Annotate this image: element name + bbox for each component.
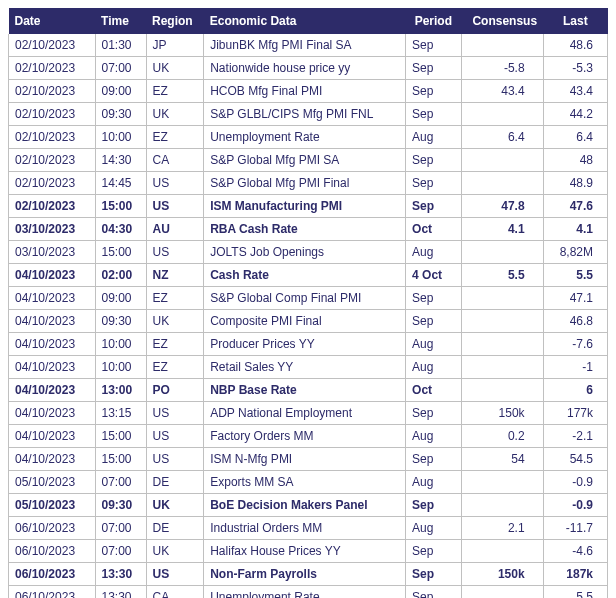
cell-last: 54.5 xyxy=(543,448,607,471)
cell-period: Sep xyxy=(406,494,461,517)
cell-time: 15:00 xyxy=(95,425,146,448)
cell-consensus: 47.8 xyxy=(461,195,543,218)
table-row: 04/10/202310:00EZRetail Sales YYAug-1 xyxy=(9,356,608,379)
cell-date: 02/10/2023 xyxy=(9,172,96,195)
cell-region: UK xyxy=(146,103,204,126)
cell-consensus: 150k xyxy=(461,402,543,425)
cell-last: 187k xyxy=(543,563,607,586)
cell-region: US xyxy=(146,425,204,448)
cell-last: -0.9 xyxy=(543,494,607,517)
table-row: 04/10/202315:00USFactory Orders MMAug0.2… xyxy=(9,425,608,448)
cell-consensus: 5.5 xyxy=(461,264,543,287)
cell-consensus: 4.1 xyxy=(461,218,543,241)
cell-period: Sep xyxy=(406,563,461,586)
header-consensus: Consensus xyxy=(461,8,543,34)
cell-date: 04/10/2023 xyxy=(9,333,96,356)
cell-last: 4.1 xyxy=(543,218,607,241)
header-date: Date xyxy=(9,8,96,34)
cell-region: UK xyxy=(146,540,204,563)
cell-time: 14:30 xyxy=(95,149,146,172)
table-row: 06/10/202307:00DEIndustrial Orders MMAug… xyxy=(9,517,608,540)
cell-data: Nationwide house price yy xyxy=(204,57,406,80)
cell-last: 177k xyxy=(543,402,607,425)
cell-last: 6.4 xyxy=(543,126,607,149)
cell-last: 47.6 xyxy=(543,195,607,218)
cell-period: Sep xyxy=(406,402,461,425)
cell-date: 02/10/2023 xyxy=(9,103,96,126)
cell-data: Unemployment Rate xyxy=(204,586,406,599)
table-body: 02/10/202301:30JPJibunBK Mfg PMI Final S… xyxy=(9,34,608,598)
cell-region: UK xyxy=(146,310,204,333)
cell-period: Oct xyxy=(406,379,461,402)
cell-time: 07:00 xyxy=(95,540,146,563)
table-row: 06/10/202313:30USNon-Farm PayrollsSep150… xyxy=(9,563,608,586)
cell-data: Exports MM SA xyxy=(204,471,406,494)
table-row: 04/10/202302:00NZCash Rate4 Oct5.55.5 xyxy=(9,264,608,287)
cell-region: DE xyxy=(146,471,204,494)
cell-data: S&P Global Mfg PMI SA xyxy=(204,149,406,172)
economic-calendar-table: Date Time Region Economic Data Period Co… xyxy=(8,8,608,598)
cell-date: 06/10/2023 xyxy=(9,586,96,599)
cell-data: Non-Farm Payrolls xyxy=(204,563,406,586)
cell-consensus xyxy=(461,287,543,310)
cell-last: -0.9 xyxy=(543,471,607,494)
cell-data: JibunBK Mfg PMI Final SA xyxy=(204,34,406,57)
cell-consensus: -5.8 xyxy=(461,57,543,80)
table-row: 03/10/202315:00USJOLTS Job OpeningsAug8,… xyxy=(9,241,608,264)
cell-period: Aug xyxy=(406,471,461,494)
cell-time: 02:00 xyxy=(95,264,146,287)
header-time: Time xyxy=(95,8,146,34)
cell-date: 05/10/2023 xyxy=(9,471,96,494)
cell-time: 13:30 xyxy=(95,586,146,599)
cell-time: 10:00 xyxy=(95,356,146,379)
cell-time: 10:00 xyxy=(95,126,146,149)
cell-period: Aug xyxy=(406,356,461,379)
cell-region: CA xyxy=(146,149,204,172)
cell-period: Aug xyxy=(406,241,461,264)
cell-last: 46.8 xyxy=(543,310,607,333)
cell-consensus: 150k xyxy=(461,563,543,586)
cell-region: EZ xyxy=(146,356,204,379)
table-row: 05/10/202309:30UKBoE Decision Makers Pan… xyxy=(9,494,608,517)
cell-last: 48 xyxy=(543,149,607,172)
cell-data: Factory Orders MM xyxy=(204,425,406,448)
cell-region: UK xyxy=(146,494,204,517)
cell-date: 04/10/2023 xyxy=(9,425,96,448)
cell-region: US xyxy=(146,402,204,425)
cell-consensus xyxy=(461,540,543,563)
cell-data: S&P GLBL/CIPS Mfg PMI FNL xyxy=(204,103,406,126)
cell-time: 09:30 xyxy=(95,103,146,126)
cell-period: Sep xyxy=(406,310,461,333)
cell-last: 48.9 xyxy=(543,172,607,195)
cell-region: US xyxy=(146,195,204,218)
cell-date: 05/10/2023 xyxy=(9,494,96,517)
table-row: 04/10/202315:00USISM N-Mfg PMISep5454.5 xyxy=(9,448,608,471)
table-row: 02/10/202310:00EZUnemployment RateAug6.4… xyxy=(9,126,608,149)
cell-consensus xyxy=(461,333,543,356)
table-row: 02/10/202309:30UKS&P GLBL/CIPS Mfg PMI F… xyxy=(9,103,608,126)
cell-region: US xyxy=(146,563,204,586)
cell-period: Aug xyxy=(406,425,461,448)
cell-last: 48.6 xyxy=(543,34,607,57)
cell-consensus: 54 xyxy=(461,448,543,471)
cell-data: BoE Decision Makers Panel xyxy=(204,494,406,517)
cell-last: -7.6 xyxy=(543,333,607,356)
cell-period: Oct xyxy=(406,218,461,241)
cell-consensus xyxy=(461,172,543,195)
cell-date: 04/10/2023 xyxy=(9,448,96,471)
cell-period: 4 Oct xyxy=(406,264,461,287)
cell-period: Sep xyxy=(406,195,461,218)
cell-region: EZ xyxy=(146,287,204,310)
cell-last: 5.5 xyxy=(543,264,607,287)
table-row: 06/10/202313:30CAUnemployment RateSep5.5 xyxy=(9,586,608,599)
cell-consensus xyxy=(461,379,543,402)
cell-last: -1 xyxy=(543,356,607,379)
cell-data: Unemployment Rate xyxy=(204,126,406,149)
cell-region: NZ xyxy=(146,264,204,287)
cell-date: 02/10/2023 xyxy=(9,195,96,218)
cell-period: Aug xyxy=(406,517,461,540)
cell-region: CA xyxy=(146,586,204,599)
cell-consensus xyxy=(461,471,543,494)
cell-data: HCOB Mfg Final PMI xyxy=(204,80,406,103)
cell-period: Sep xyxy=(406,172,461,195)
